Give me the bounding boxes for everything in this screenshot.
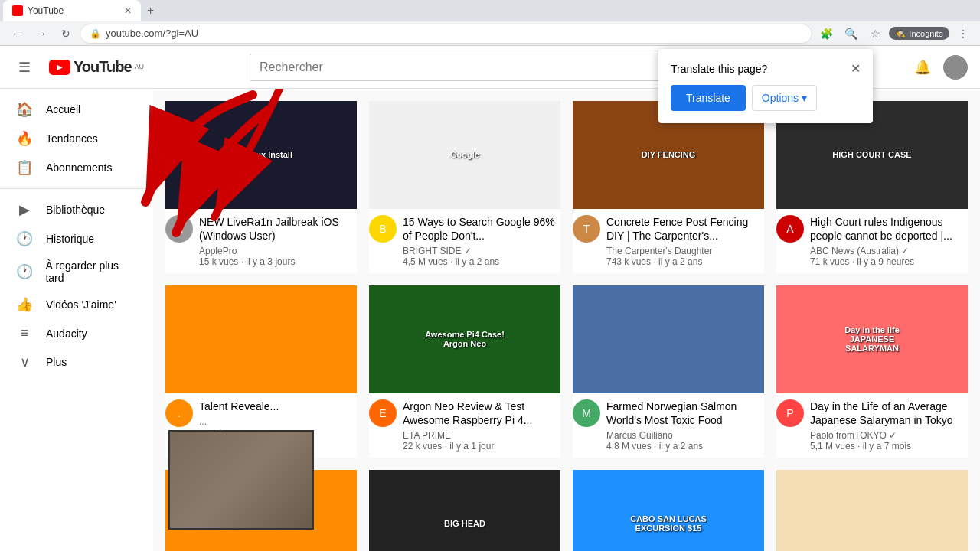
video-card-6[interactable]: MFarmed Norwegian Salmon World's Most To…	[573, 285, 764, 458]
liked-videos-icon: 👍	[15, 296, 34, 313]
header-right-controls: 🔔	[908, 53, 968, 82]
thumb-label-3: HIGH COURT CASE	[831, 148, 913, 161]
sidebar-item-label-audacity: Audacity	[46, 328, 87, 340]
channel-name-2: The Carpenter's Daughter	[606, 246, 764, 256]
audacity-icon: ≡	[15, 325, 34, 341]
video-card-7[interactable]: Day in the life JAPANESE SALARYMANPDay i…	[776, 285, 968, 458]
thumb-label-5: Awesome Pi4 Case! Argon Neo	[417, 328, 513, 350]
video-stats-1: 4,5 M vues · il y a 2 ans	[403, 256, 560, 267]
video-info-5: EArgon Neo Review & Test Awesome Raspber…	[369, 393, 560, 458]
channel-name-7: Paolo fromTOKYO ✓	[810, 430, 968, 441]
channel-name-4: ...	[199, 416, 357, 427]
video-info-0: ANEW LiveRa1n Jailbreak iOS (Windows Use…	[165, 209, 357, 273]
thumb-label-9: BIG HEAD	[443, 517, 487, 530]
webcam-feed	[170, 432, 312, 528]
notification-button[interactable]: 🔔	[908, 53, 937, 82]
search-button[interactable]: 🔍	[840, 23, 861, 44]
youtube-app: ☰ YouTube AU 🔍 🔔 Translate this page? ✕ …	[0, 46, 980, 551]
back-button[interactable]: ←	[6, 23, 28, 44]
main-content: 🏠 Accueil 🔥 Tendances 📋 Abonnements ▶ Bi…	[0, 89, 980, 551]
video-stats-0: 15 k vues · il y a 3 jours	[199, 256, 357, 267]
sidebar-item-more[interactable]: ∨ Plus	[0, 347, 153, 377]
subscriptions-icon: 📋	[15, 159, 34, 176]
video-thumbnail-5: Awesome Pi4 Case! Argon Neo	[369, 285, 560, 393]
translate-button[interactable]: Translate	[671, 85, 746, 111]
translate-popup-title: Translate this page?	[671, 63, 767, 75]
extensions-button[interactable]: 🧩	[815, 23, 837, 44]
video-thumbnail-9: BIG HEAD	[369, 470, 560, 551]
video-meta-7: Day in the Life of an Average Japanese S…	[810, 399, 968, 452]
youtube-logo[interactable]: YouTube AU	[49, 58, 144, 76]
forward-button[interactable]: →	[31, 23, 52, 44]
video-card-9[interactable]: BIG HEAD.BIG HEAD...	[369, 470, 560, 551]
sidebar-item-audacity[interactable]: ≡ Audacity	[0, 319, 153, 347]
video-thumbnail-0: No Linux Install	[165, 101, 357, 209]
video-info-3: AHigh Court rules Indigenous people cann…	[776, 209, 968, 273]
video-thumbnail-1: Google	[369, 101, 560, 209]
browser-controls: ← → ↻ 🔒 youtube.com/?gl=AU 🧩 🔍 ☆ 🕵 Incog…	[0, 21, 980, 46]
video-thumbnail-7: Day in the life JAPANESE SALARYMAN	[776, 285, 968, 393]
sidebar-item-label-abonnements: Abonnements	[46, 161, 112, 174]
browser-tab-youtube[interactable]: YouTube ✕	[3, 0, 141, 21]
channel-avatar-5: E	[369, 399, 397, 427]
video-thumbnail-6	[573, 285, 764, 393]
sidebar-toggle-button[interactable]: ☰	[12, 53, 37, 82]
channel-avatar-4: .	[165, 399, 193, 427]
channel-avatar-0: A	[165, 215, 193, 243]
sidebar-item-label-watch-later: À regarder plus tard	[45, 259, 138, 284]
user-avatar[interactable]	[943, 55, 968, 80]
browser-right-controls: 🧩 🔍 ☆ 🕵 Incognito ⋮	[815, 23, 974, 44]
video-stats-2: 743 k vues · il y a 2 ans	[606, 256, 764, 267]
video-card-2[interactable]: DIY FENCINGTConcrete Fence Post Fencing …	[573, 101, 764, 273]
channel-name-1: BRIGHT SIDE ✓	[403, 246, 560, 256]
new-tab-button[interactable]: +	[141, 0, 160, 21]
reload-button[interactable]: ↻	[55, 23, 77, 44]
sidebar-item-watch-later[interactable]: 🕐 À regarder plus tard	[0, 253, 153, 290]
thumb-label-7: Day in the life JAPANESE SALARYMAN	[825, 324, 920, 354]
tab-close-btn[interactable]: ✕	[124, 5, 132, 16]
menu-button[interactable]: ⋮	[952, 23, 974, 44]
channel-name-6: Marcus Guiliano	[606, 430, 764, 441]
video-stats-5: 22 k vues · il y a 1 jour	[403, 441, 560, 452]
search-input[interactable]	[250, 54, 663, 81]
video-card-0[interactable]: No Linux InstallANEW LiveRa1n Jailbreak …	[165, 101, 357, 273]
sidebar-item-liked-videos[interactable]: 👍 Vidéos 'J'aime'	[0, 290, 153, 319]
sidebar-item-label-bibliotheque: Bibliothèque	[46, 204, 105, 216]
sidebar-item-accueil[interactable]: 🏠 Accueil	[0, 95, 153, 124]
sidebar-item-historique[interactable]: 🕐 Historique	[0, 224, 153, 253]
sidebar-item-abonnements[interactable]: 📋 Abonnements	[0, 153, 153, 182]
video-card-11[interactable]: .Cat video...	[776, 470, 968, 551]
video-title-0: NEW LiveRa1n Jailbreak iOS (Windows User…	[199, 215, 357, 243]
video-card-5[interactable]: Awesome Pi4 Case! Argon NeoEArgon Neo Re…	[369, 285, 560, 458]
video-info-7: PDay in the Life of an Average Japanese …	[776, 393, 968, 458]
video-meta-0: NEW LiveRa1n Jailbreak iOS (Windows User…	[199, 215, 357, 267]
sidebar-divider-1	[0, 188, 153, 189]
address-bar[interactable]: 🔒 youtube.com/?gl=AU	[80, 24, 812, 44]
video-title-4: Talent Reveale...	[199, 399, 357, 413]
home-icon: 🏠	[15, 101, 34, 118]
channel-avatar-3: A	[776, 215, 804, 243]
video-title-3: High Court rules Indigenous people canno…	[810, 215, 968, 243]
video-title-5: Argon Neo Review & Test Awesome Raspberr…	[403, 399, 560, 427]
sidebar-item-tendances[interactable]: 🔥 Tendances	[0, 124, 153, 153]
video-thumbnail-11	[776, 470, 968, 551]
sidebar: 🏠 Accueil 🔥 Tendances 📋 Abonnements ▶ Bi…	[0, 89, 153, 551]
browser-tab-bar: YouTube ✕ +	[0, 0, 980, 21]
translate-popup-close-button[interactable]: ✕	[851, 61, 861, 76]
youtube-logo-icon	[49, 60, 70, 75]
video-card-3[interactable]: HIGH COURT CASEAHigh Court rules Indigen…	[776, 101, 968, 273]
video-info-6: MFarmed Norwegian Salmon World's Most To…	[573, 393, 764, 458]
translate-options-button[interactable]: Options ▾	[752, 85, 817, 111]
incognito-badge: 🕵 Incognito	[889, 27, 949, 40]
tab-title: YouTube	[28, 5, 119, 16]
thumb-label-2: DIY FENCING	[640, 148, 697, 161]
more-icon: ∨	[15, 354, 34, 370]
sidebar-item-bibliotheque[interactable]: ▶ Bibliothèque	[0, 195, 153, 224]
video-card-10[interactable]: CABO SAN LUCAS EXCURSION $15.CABO SAN LU…	[573, 470, 764, 551]
search-bar: 🔍	[250, 54, 709, 81]
thumb-label-1: Google	[449, 148, 481, 161]
video-thumbnail-10: CABO SAN LUCAS EXCURSION $15	[573, 470, 764, 551]
channel-avatar-6: M	[573, 399, 600, 427]
video-card-1[interactable]: GoogleB15 Ways to Search Google 96% of P…	[369, 101, 560, 273]
bookmark-button[interactable]: ☆	[864, 23, 886, 44]
